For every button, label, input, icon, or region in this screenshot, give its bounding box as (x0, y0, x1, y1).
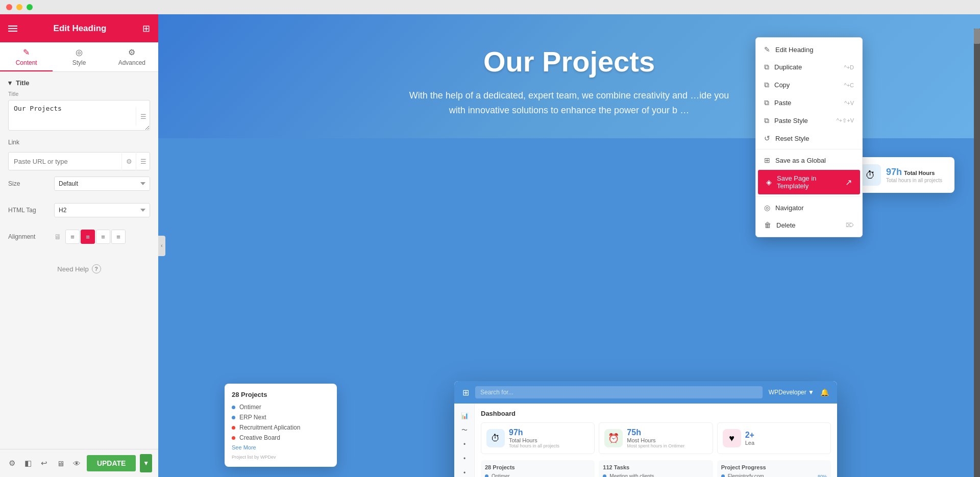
ctx-navigator-label: Navigator (775, 204, 804, 212)
popup-item-0: Ontimer (232, 404, 330, 411)
align-center-btn[interactable]: ≡ (81, 230, 95, 244)
card-0-sublabel: Total hours in all projects (509, 443, 559, 448)
ctx-delete-label: Delete (776, 221, 796, 229)
card-1-sublabel: Most spent hours in Ontimer (627, 443, 684, 448)
content-tab-label: Content (16, 59, 37, 66)
title-section-header[interactable]: ▾ Title (0, 72, 158, 91)
projects-mini-card: 28 Projects Ontimer ERP Next Recruitment… (481, 460, 595, 477)
title-list-icon[interactable]: ☰ (136, 107, 150, 125)
card-1-label: Most Hours (627, 437, 684, 443)
ctx-delete-shortcut: ⌦ (846, 222, 854, 229)
ctx-copy[interactable]: ⧉ Copy ^+C (756, 76, 862, 94)
tab-content[interactable]: ✎ Content (0, 42, 53, 71)
title-input-icons: ☰ (136, 100, 150, 133)
maximize-dot[interactable] (27, 4, 33, 10)
ctx-duplicate[interactable]: ⧉ Duplicate ^+D (756, 58, 862, 76)
title-input-wrap: Our Projects ☰ (8, 100, 150, 133)
ctx-save-templately[interactable]: ◈ Save Page in Templately ↗ (758, 170, 860, 194)
close-dot[interactable] (6, 4, 12, 10)
tasks-mini-title: 112 Tasks (603, 464, 708, 470)
ctx-cursor-indicator: ↗ (845, 178, 852, 187)
help-icon: ? (92, 264, 101, 273)
alignment-buttons: ≡ ≡ ≡ ≡ (65, 230, 126, 244)
responsive-icon[interactable]: 🖥 (55, 456, 67, 471)
ctx-paste-label: Paste (774, 99, 791, 107)
ctx-reset-style[interactable]: ↺ Reset Style (756, 130, 862, 147)
hero-subtitle-cut: …ide you (690, 90, 729, 101)
html-tag-select[interactable]: H2 (54, 203, 150, 217)
card-icon-1: ⏰ (604, 429, 623, 447)
ctx-paste-style-icon: ⧉ (764, 116, 769, 125)
link-gear-icon[interactable]: ⚙ (121, 152, 136, 170)
style-tab-icon: ◎ (76, 47, 83, 57)
hamburger-icon[interactable] (8, 26, 17, 32)
ctx-reset-icon: ↺ (764, 134, 770, 142)
popup-see-more[interactable]: See More (232, 444, 330, 450)
total-hours-card: ⏱ 97h Total Hours Total hours in all pro… (852, 157, 954, 193)
progress-mini-card: Project Progress Elemintorfy.com 80% Ont… (717, 460, 831, 477)
html-tag-field-row: HTML Tag H2 (8, 203, 150, 217)
need-help[interactable]: Need Help ? (0, 256, 158, 282)
align-left-btn[interactable]: ≡ (65, 230, 80, 244)
tab-style[interactable]: ◎ Style (53, 42, 105, 71)
popup-title: 28 Projects (232, 391, 330, 398)
grid-icon[interactable]: ⊞ (142, 23, 150, 34)
sidebar-dot3-icon[interactable]: • (454, 466, 475, 477)
settings-icon[interactable]: ⚙ (6, 456, 18, 471)
title-section-arrow: ▾ (8, 79, 12, 87)
total-hours-num: 97h (886, 167, 902, 178)
size-select[interactable]: Default (54, 177, 150, 191)
ctx-templately-icon: ◈ (766, 178, 772, 186)
scroll-thumb[interactable] (974, 29, 980, 44)
task-0: Meeting with clients (603, 473, 708, 477)
card-0-num: 97h (509, 428, 559, 437)
ctx-navigator[interactable]: ◎ Navigator (756, 199, 862, 216)
ctx-save-global[interactable]: ⊞ Save as a Global (756, 152, 862, 169)
card-icon-0: ⏱ (486, 429, 505, 447)
dashboard-search[interactable] (475, 386, 763, 398)
progress-0: Elemintorfy.com 80% (721, 473, 827, 477)
sidebar-wave-icon[interactable]: 〜 (454, 423, 475, 437)
ctx-edit-label: Edit Heading (775, 46, 813, 54)
left-panel: Edit Heading ⊞ ✎ Content ◎ Style ⚙ Advan… (0, 14, 158, 477)
ctx-paste[interactable]: ⧉ Paste ^+V (756, 94, 862, 112)
tab-advanced[interactable]: ⚙ Advanced (106, 42, 158, 71)
ctx-delete[interactable]: 🗑 Delete ⌦ (756, 216, 862, 234)
layers-icon[interactable]: ◧ (22, 456, 35, 471)
eye-icon[interactable]: 👁 (70, 456, 83, 471)
title-bar (0, 0, 980, 14)
link-list-icon[interactable]: ☰ (136, 152, 150, 170)
total-hours-sublabel: Total hours in all projects (886, 178, 942, 183)
dashboard-sidebar: 📊 〜 • • • • • (454, 404, 475, 477)
dashboard-body: 📊 〜 • • • • • Dashboard ⏱ 97h Total Hour… (454, 404, 837, 477)
minimize-dot[interactable] (16, 4, 22, 10)
link-field-row: Link (8, 139, 150, 146)
sidebar-chart-icon[interactable]: 📊 (454, 409, 475, 423)
dash-card-0: ⏱ 97h Total Hours Total hours in all pro… (481, 422, 595, 454)
collapse-handle[interactable]: ‹ (158, 236, 165, 256)
dash-notification-icon: 🔔 (820, 388, 829, 396)
ctx-templately-label: Save Page in Templately (777, 174, 845, 190)
sidebar-dot1-icon[interactable]: • (454, 437, 475, 451)
dash-user: WPDeveloper ▼ (769, 389, 814, 396)
bottom-bar: ⚙ ◧ ↩ 🖥 👁 UPDATE ▼ (0, 449, 158, 477)
title-input[interactable]: Our Projects (8, 100, 150, 131)
total-hours-info: 97h Total Hours Total hours in all proje… (886, 167, 942, 183)
alignment-monitor-icon: 🖥 (54, 233, 61, 241)
ctx-paste-icon: ⧉ (764, 98, 769, 107)
align-right-btn[interactable]: ≡ (96, 230, 110, 244)
ctx-copy-icon: ⧉ (764, 81, 769, 89)
ctx-paste-style[interactable]: ⧉ Paste Style ^+⇧+V (756, 112, 862, 130)
sidebar-dot2-icon[interactable]: • (454, 451, 475, 466)
card-0-label: Total Hours (509, 437, 559, 443)
ctx-edit-heading[interactable]: ✎ Edit Heading (756, 41, 862, 58)
title-section-label: Title (16, 79, 30, 87)
update-dropdown[interactable]: ▼ (140, 454, 152, 472)
dash-card-1: ⏰ 75h Most Hours Most spent hours in Ont… (599, 422, 713, 454)
align-justify-btn[interactable]: ≡ (111, 230, 126, 244)
total-hours-num-wrap: 97h Total Hours (886, 167, 942, 178)
scrollbar-right[interactable] (974, 29, 980, 477)
update-button[interactable]: UPDATE (87, 455, 136, 471)
link-input-icons: ⚙ ☰ (121, 152, 150, 170)
history-icon[interactable]: ↩ (38, 456, 51, 471)
